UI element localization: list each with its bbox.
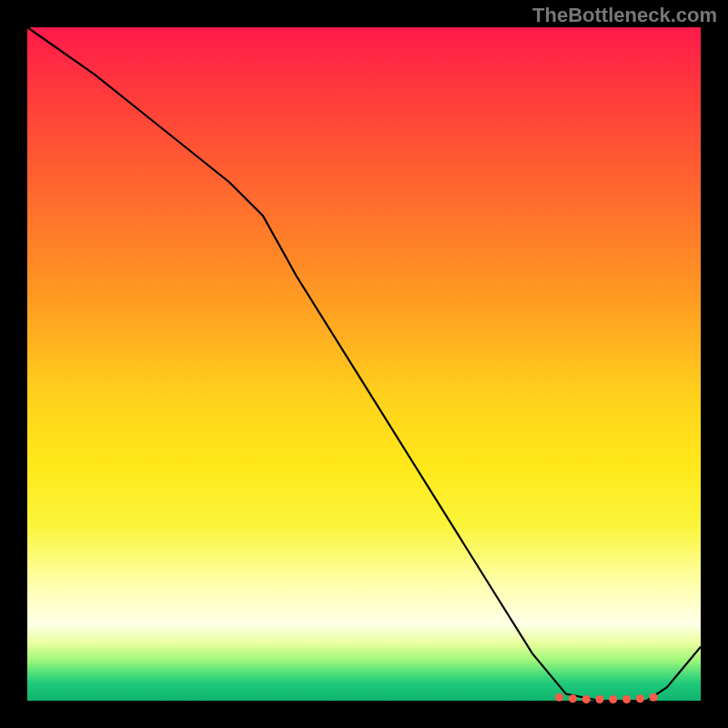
data-marker [636, 694, 644, 703]
data-marker [555, 693, 563, 702]
plot-area [27, 27, 701, 701]
bottleneck-curve [27, 27, 701, 701]
chart-frame: TheBottleneck.com [0, 0, 728, 728]
chart-svg [27, 27, 701, 701]
data-marker [569, 694, 577, 703]
data-marker [596, 695, 604, 703]
attribution-label: TheBottleneck.com [532, 4, 717, 27]
data-marker [622, 695, 631, 703]
data-marker [609, 695, 617, 703]
data-marker [650, 693, 658, 702]
data-marker [582, 695, 591, 703]
